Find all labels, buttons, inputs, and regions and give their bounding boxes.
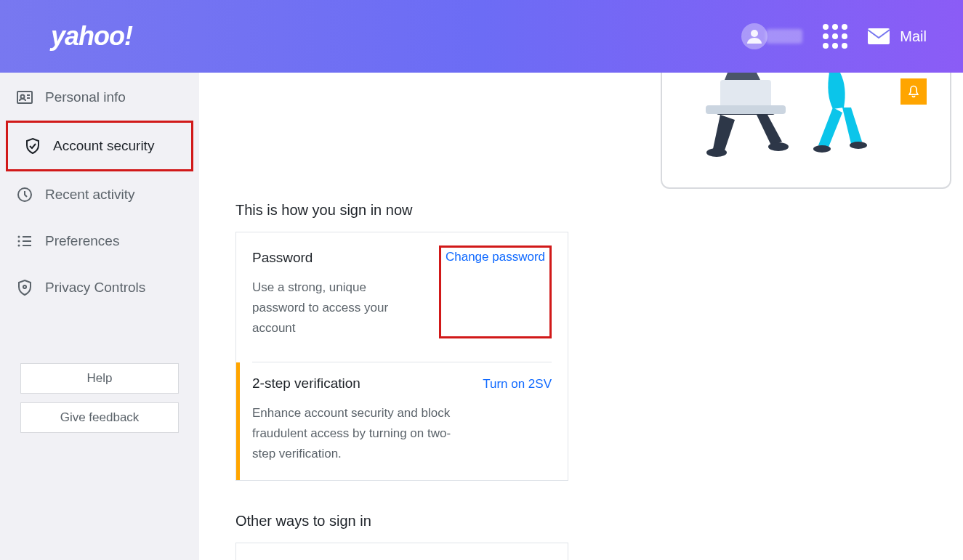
avatar[interactable] — [741, 23, 767, 49]
two-step-section: 2-step verification Enhance account secu… — [236, 362, 552, 480]
svg-point-9 — [18, 245, 20, 247]
user-icon — [746, 28, 763, 45]
section-heading-signin: This is how you sign in now — [235, 202, 927, 219]
sidebar-item-label: Recent activity — [45, 187, 135, 203]
password-section: Password Use a strong, unique password t… — [252, 250, 552, 341]
username-blurred — [766, 29, 802, 44]
svg-rect-14 — [720, 80, 771, 109]
person-sitting-illustration — [698, 73, 793, 160]
header-right: Mail — [741, 23, 927, 49]
signin-card: Password Use a strong, unique password t… — [235, 232, 568, 481]
section-heading-other-ways: Other ways to sign in — [235, 513, 927, 529]
person-walking-illustration — [807, 73, 880, 160]
sidebar-item-personal-info[interactable]: Personal info — [0, 74, 199, 121]
sidebar-item-recent-activity[interactable]: Recent activity — [0, 171, 199, 218]
apps-grid-icon[interactable] — [823, 24, 847, 49]
sidebar-item-label: Personal info — [45, 89, 126, 105]
svg-point-8 — [18, 240, 20, 243]
help-button[interactable]: Help — [20, 363, 179, 394]
app-password-card: App password — [235, 543, 568, 560]
svg-point-17 — [768, 142, 789, 151]
sidebar-item-account-security[interactable]: Account security — [8, 123, 191, 169]
yahoo-logo[interactable]: yahoo! — [51, 21, 132, 52]
svg-rect-1 — [868, 28, 890, 44]
two-step-desc: Enhance account security and block fraud… — [252, 403, 465, 464]
id-card-icon — [16, 89, 33, 106]
highlight-box: Account security — [6, 121, 193, 171]
sidebar-buttons: Help Give feedback — [0, 363, 199, 433]
two-step-title: 2-step verification — [252, 376, 465, 391]
svg-rect-18 — [706, 105, 786, 114]
change-password-link[interactable]: Change password — [446, 248, 545, 264]
svg-point-7 — [18, 236, 20, 238]
give-feedback-button[interactable]: Give feedback — [20, 402, 179, 433]
svg-point-0 — [751, 30, 758, 37]
list-icon — [16, 232, 33, 250]
svg-point-16 — [706, 148, 727, 157]
svg-point-21 — [850, 142, 867, 149]
svg-point-13 — [23, 285, 26, 288]
turn-on-2sv-link[interactable]: Turn on 2SV — [483, 376, 552, 464]
mail-link[interactable]: Mail — [868, 28, 927, 45]
clock-icon — [16, 186, 33, 203]
sidebar-item-label: Privacy Controls — [45, 280, 145, 296]
sidebar-item-label: Account security — [53, 138, 154, 154]
mail-label: Mail — [900, 28, 927, 45]
sidebar: Personal info Account security Recent ac… — [0, 73, 199, 560]
sidebar-item-label: Preferences — [45, 233, 119, 249]
shield-gear-icon — [16, 279, 33, 296]
sidebar-item-privacy-controls[interactable]: Privacy Controls — [0, 264, 199, 311]
envelope-icon — [868, 28, 890, 44]
svg-point-20 — [813, 145, 831, 153]
main-content: This is how you sign in now Password Use… — [199, 73, 963, 560]
app-header: yahoo! Mail — [0, 0, 963, 73]
bell-icon — [906, 84, 921, 99]
sidebar-item-preferences[interactable]: Preferences — [0, 218, 199, 264]
highlight-box: Change password — [439, 245, 552, 338]
hero-illustration — [646, 73, 951, 189]
svg-point-3 — [21, 95, 25, 99]
shield-icon — [24, 137, 41, 155]
notification-bell-badge — [900, 78, 927, 105]
password-title: Password — [252, 250, 422, 266]
password-desc: Use a strong, unique password to access … — [252, 277, 422, 338]
